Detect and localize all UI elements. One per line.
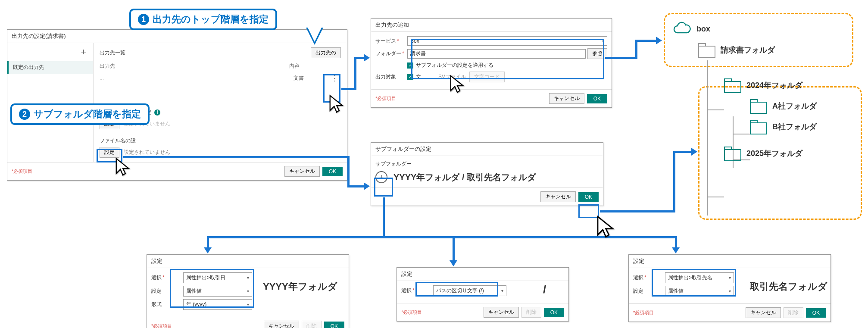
s1-setting[interactable]: 属性値▾ — [183, 286, 252, 297]
s2-cancel[interactable]: キャンセル — [484, 307, 519, 318]
filename-settings-button[interactable]: 設定 — [100, 147, 119, 158]
settings2-title: 設定 — [397, 268, 568, 281]
s1-cancel[interactable]: キャンセル — [264, 321, 299, 328]
apply-subfolder-checkbox[interactable]: ✓ — [407, 62, 413, 69]
output-target-label: 出力対象 — [375, 74, 396, 80]
output-doc-checkbox[interactable]: ✓ — [407, 74, 413, 80]
apply-subfolder-label: サブフォルダーの設定を適用する — [416, 62, 493, 69]
s2-delete: 削除 — [521, 307, 541, 318]
s1-format-label: 形式 — [151, 301, 183, 308]
s1-format[interactable]: 年 (yyyy)▾ — [183, 299, 252, 310]
s2-required: *必須項目 — [397, 307, 426, 317]
folder-input[interactable] — [407, 49, 586, 59]
chevron-down-icon: ▾ — [602, 39, 604, 44]
service-label: サービス — [375, 38, 396, 44]
s3-delete: 削除 — [784, 307, 803, 318]
s2-select[interactable]: パスの区切り文字 (/)▾ — [433, 285, 506, 296]
s2-select-label: 選択 — [401, 287, 412, 294]
s1-required: *必須項目 — [147, 321, 176, 328]
callout-1-tail-inner — [308, 28, 322, 42]
charcode-button: 文字コード — [469, 72, 505, 82]
s2-select-value: パスの区切り文字 (/) — [436, 287, 484, 294]
add-cancel-button[interactable]: キャンセル — [549, 93, 584, 104]
settings3-title: 設定 — [629, 255, 831, 268]
output-doc-label: 文 — [416, 73, 421, 81]
tree-y2025: 2025年フォルダ — [746, 148, 802, 159]
tree-root: 請求書フォルダ — [721, 45, 775, 55]
col-header-content: 内容 — [289, 62, 341, 70]
add-output-button[interactable]: 出力先の — [311, 47, 341, 58]
folder-icon-green — [724, 147, 741, 160]
s1-select-label: 選択 — [151, 275, 162, 281]
s1-select[interactable]: 属性抽出>取引日▾ — [183, 272, 252, 283]
callout-text-2: サブフォルダ階層を指定 — [34, 108, 141, 121]
s3-select-value: 属性抽出>取引先名 — [668, 274, 712, 281]
service-select[interactable]: Box ▾ — [407, 36, 607, 46]
s3-ok[interactable]: OK — [806, 308, 826, 318]
s1-setting-label: 設定 — [151, 287, 183, 295]
s1-select-value: 属性抽出>取引日 — [186, 274, 225, 281]
cursor-1 — [328, 94, 347, 115]
add-ok-button[interactable]: OK — [587, 94, 607, 103]
s3-cancel[interactable]: キャンセル — [746, 307, 781, 318]
add-subfolder-button[interactable]: + — [375, 171, 387, 183]
info-icon: i — [154, 109, 160, 116]
cursor-4 — [595, 215, 619, 240]
row-output-value: ... — [100, 75, 293, 81]
s1-delete: 削除 — [302, 321, 322, 328]
add-dialog-title: 出力先の追加 — [371, 19, 612, 32]
callout-number-2: 2 — [19, 109, 30, 120]
main-required-note: *必須項目 — [7, 166, 37, 176]
add-tab-icon[interactable]: + — [81, 47, 86, 58]
cursor-2 — [114, 157, 134, 178]
cursor-3 — [448, 74, 468, 95]
col-header-output: 出力先 — [100, 62, 289, 70]
s1-setting-value: 属性値 — [186, 287, 202, 295]
dialog-add-output: 出力先の追加 サービス* Box ▾ フォルダー* 参照 ✓ サブフォルダーの設… — [371, 18, 612, 108]
tab-default-output[interactable]: 既定の出力先 — [7, 61, 93, 74]
callout-number-1: 1 — [138, 14, 149, 25]
s3-select-label: 選択 — [633, 275, 643, 281]
add-required-note: *必須項目 — [371, 94, 400, 103]
settings1-title: 設定 — [147, 255, 349, 268]
s3-setting[interactable]: 属性値▾ — [665, 286, 734, 297]
s3-select[interactable]: 属性抽出>取引先名▾ — [665, 272, 734, 283]
s3-required: *必須項目 — [629, 308, 658, 318]
main-ok-button[interactable]: OK — [322, 167, 343, 176]
tab-default-output-label: 既定の出力先 — [13, 64, 44, 70]
output-list-heading: 出力先一覧 — [100, 49, 125, 56]
subfolder-dialog-title: サブフォルダーの設定 — [371, 143, 603, 156]
callout-step1: 1 出力先のトップ階層を指定 — [129, 9, 277, 30]
row-content-value: 文書 — [293, 75, 328, 82]
subfolder-ok-button[interactable]: OK — [578, 192, 599, 202]
dialog-output-settings-title: 出力先の設定(請求書) — [7, 30, 347, 43]
folder-icon-green — [750, 120, 767, 134]
s2-ok[interactable]: OK — [544, 308, 564, 317]
browse-button[interactable]: 参照 — [587, 48, 607, 59]
callout-step2: 2 サブフォルダ階層を指定 — [10, 103, 150, 125]
subfolder-cancel-button[interactable]: キャンセル — [540, 191, 576, 202]
tree-companyB: B社フォルダ — [772, 122, 817, 132]
folder-icon-green — [750, 99, 767, 113]
filename-not-set: 設定されていません — [124, 149, 170, 156]
subfolder-preview: YYYY年フォルダ / 取引先名フォルダ — [393, 172, 536, 183]
row-overflow-icon[interactable]: ⋮ — [328, 73, 341, 83]
dialog-subfolder: サブフォルダーの設定 サブフォルダー + YYYY年フォルダ / 取引先名フォル… — [371, 142, 603, 206]
filename-heading: ファイル名の設 — [100, 137, 136, 144]
s1-format-value: 年 (yyyy) — [186, 301, 206, 308]
tree-y2024: 2024年フォルダ — [746, 80, 802, 91]
folder-label: フォルダー — [375, 50, 401, 56]
callout-text-1: 出力先のトップ階層を指定 — [153, 13, 269, 26]
cloud-icon — [672, 22, 691, 36]
folder-tree: box 請求書フォルダ 2024年フォルダ A社フォルダ B社フォルダ 2025… — [672, 22, 853, 167]
s1-result: YYYY年フォルダ — [263, 280, 337, 293]
folder-icon-green — [724, 78, 741, 92]
s3-setting-label: 設定 — [633, 287, 665, 295]
tree-companyA: A社フォルダ — [772, 101, 817, 111]
s3-setting-value: 属性値 — [668, 287, 684, 295]
s3-result: 取引先名フォルダ — [750, 280, 827, 293]
subfolder-label: サブフォルダー — [375, 160, 599, 168]
main-cancel-button[interactable]: キャンセル — [284, 166, 320, 177]
service-select-value: Box — [410, 38, 419, 44]
s1-ok[interactable]: OK — [324, 322, 344, 328]
